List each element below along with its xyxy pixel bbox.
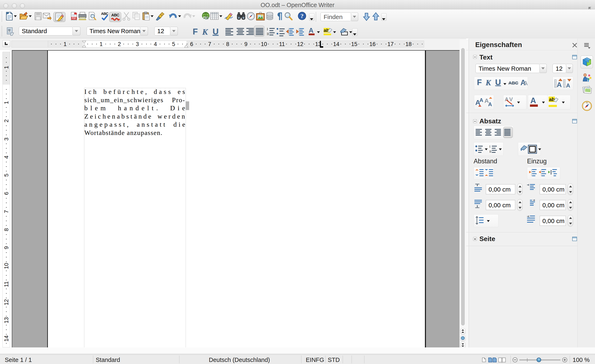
svg-text:V: V: [509, 97, 513, 102]
svg-text:II: II: [489, 150, 491, 153]
svg-text:A: A: [488, 101, 492, 107]
svg-text:II: II: [267, 32, 269, 36]
svg-text:ABC: ABC: [111, 13, 119, 17]
svg-text:A: A: [557, 81, 562, 88]
svg-text:A: A: [530, 96, 536, 105]
svg-text:N: N: [586, 102, 588, 104]
svg-text:A: A: [479, 97, 483, 103]
svg-text:A: A: [566, 82, 570, 88]
svg-text:A: A: [309, 27, 313, 34]
svg-text:ab: ab: [549, 97, 555, 102]
svg-text:?: ?: [300, 12, 304, 20]
svg-text:I: I: [489, 145, 490, 148]
svg-text:PDF: PDF: [72, 17, 77, 20]
svg-text:I: I: [267, 28, 268, 31]
